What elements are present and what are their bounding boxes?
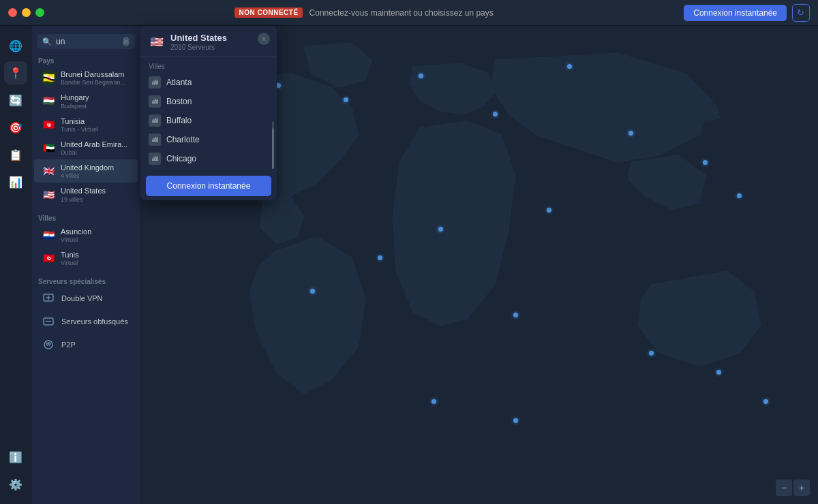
city-item-charlotte[interactable]: 🏙 Charlotte	[140, 130, 277, 149]
quick-connect-button[interactable]: Connexion instantanée	[684, 5, 787, 21]
sidebar-icon-globe[interactable]: 🌐	[4, 34, 27, 57]
country-sub-tunisia: Tunis - Virtuel	[61, 126, 131, 133]
status-message: Connectez-vous maintenant ou choisissez …	[309, 8, 494, 18]
country-sub-us: 19 villes	[61, 196, 131, 203]
country-item-uk[interactable]: 🇬🇧 United Kingdom 4 villes	[34, 159, 138, 183]
dropdown-flag-us: 🇺🇸	[149, 33, 165, 50]
dropdown-server-count: 2010 Serveurs	[170, 44, 227, 51]
dropdown-country-name: United States	[170, 33, 227, 44]
refresh-button[interactable]: ↻	[792, 4, 810, 22]
city-name-asuncion: Asuncion	[61, 227, 131, 236]
special-p2p[interactable]: P2P	[34, 333, 138, 356]
country-item-tunisia[interactable]: 🇹🇳 Tunisia Tunis - Virtuel	[34, 113, 138, 136]
city-name-atlanta: Atlanta	[166, 78, 192, 87]
city-name-boston: Boston	[166, 97, 192, 106]
titlebar: NON CONNECTÉ Connectez-vous maintenant o…	[0, 0, 818, 26]
p2p-icon	[41, 337, 56, 352]
sidebar: 🌐 📍 🔄 🎯 📋 📊 ℹ️ ⚙️	[0, 26, 31, 504]
country-name-brunei: Brunei Darussalam	[61, 69, 131, 79]
country-sub-brunei: Bandar Seri Begawan...	[61, 79, 131, 86]
svg-point-3	[44, 341, 52, 349]
country-name-us: United States	[61, 186, 131, 195]
dropdown-scrollbar	[272, 121, 274, 166]
sidebar-icon-layers[interactable]: 📋	[4, 143, 27, 166]
flag-asuncion: 🇵🇾	[41, 227, 56, 242]
search-bar: 🔍 ✕	[37, 34, 135, 49]
flag-uk: 🇬🇧	[41, 163, 56, 178]
city-icon-buffalo: 🏙	[149, 114, 161, 127]
flag-tunisia: 🇹🇳	[41, 117, 56, 132]
country-item-uae[interactable]: 🇦🇪 United Arab Emira... Dubai	[34, 136, 138, 159]
country-name-hungary: Hungary	[61, 93, 131, 102]
search-input[interactable]	[56, 37, 119, 46]
clear-search-button[interactable]: ✕	[123, 37, 130, 46]
sidebar-bottom-icons: ℹ️ ⚙️	[4, 445, 27, 496]
city-list: 🏙 Atlanta 🏙 Boston 🏙 Buffalo 🏙 Charlotte…	[140, 73, 277, 172]
sidebar-icon-sync[interactable]: 🔄	[4, 89, 27, 112]
special-double-vpn[interactable]: Double VPN	[34, 287, 138, 310]
titlebar-actions: Connexion instantanée ↻	[684, 4, 810, 22]
flag-hungary: 🇭🇺	[41, 93, 56, 108]
special-obfuscated[interactable]: Serveurs obfusqués	[34, 310, 138, 333]
country-item-us[interactable]: 🇺🇸 United States 19 villes	[34, 183, 138, 206]
flag-us: 🇺🇸	[41, 187, 56, 202]
city-sub-asuncion: Virtuel	[61, 236, 131, 243]
obfuscated-icon	[41, 314, 56, 329]
sidebar-icon-stats[interactable]: 📊	[4, 170, 27, 193]
zoom-in-button[interactable]: +	[793, 479, 810, 496]
dropdown-header: 🇺🇸 United States 2010 Serveurs ✕	[140, 26, 277, 57]
city-icon-charlotte: 🏙	[149, 133, 161, 146]
connection-status-badge: NON CONNECTÉ	[234, 7, 302, 18]
city-item-dallas[interactable]: 🏙 Dallas	[140, 168, 277, 172]
city-item-asuncion[interactable]: 🇵🇾 Asuncion Virtuel	[34, 223, 138, 247]
city-icon-atlanta: 🏙	[149, 76, 161, 89]
maximize-button[interactable]	[35, 8, 44, 17]
city-item-boston[interactable]: 🏙 Boston	[140, 92, 277, 111]
country-sub-uk: 4 villes	[61, 172, 131, 179]
section-special-label: Serveurs spécialisés	[31, 275, 140, 287]
p2p-label: P2P	[61, 341, 76, 349]
city-icon-chicago: 🏙	[149, 153, 161, 165]
city-item-buffalo[interactable]: 🏙 Buffalo	[140, 111, 277, 130]
sidebar-icon-location[interactable]: 📍	[4, 61, 27, 84]
section-villes-label: Villes	[31, 212, 140, 223]
dropdown-connect-button[interactable]: Connexion instantanée	[146, 176, 271, 196]
status-area: NON CONNECTÉ Connectez-vous maintenant o…	[234, 7, 493, 18]
us-cities-dropdown: 🇺🇸 United States 2010 Serveurs ✕ Villes …	[140, 26, 277, 200]
country-item-brunei[interactable]: 🇧🇳 Brunei Darussalam Bandar Seri Begawan…	[34, 66, 138, 89]
countries-panel: 🔍 ✕ Pays 🇧🇳 Brunei Darussalam Bandar Ser…	[31, 26, 140, 504]
minimize-button[interactable]	[22, 8, 31, 17]
country-item-hungary[interactable]: 🇭🇺 Hungary Budapest	[34, 89, 138, 112]
zoom-controls: − +	[776, 479, 810, 496]
dropdown-close-button[interactable]: ✕	[258, 33, 270, 45]
section-pays-label: Pays	[31, 54, 140, 66]
sidebar-icon-settings[interactable]: ⚙️	[4, 473, 27, 496]
city-item-atlanta[interactable]: 🏙 Atlanta	[140, 73, 277, 92]
city-name-chicago: Chicago	[166, 154, 196, 163]
double-vpn-label: Double VPN	[61, 294, 103, 302]
sidebar-icon-target[interactable]: 🎯	[4, 116, 27, 139]
search-icon: 🔍	[42, 37, 52, 46]
country-name-uae: United Arab Emira...	[61, 140, 131, 149]
cities-section-label: Villes	[140, 57, 277, 73]
country-name-tunisia: Tunisia	[61, 116, 131, 126]
country-sub-uae: Dubai	[61, 149, 131, 156]
flag-brunei: 🇧🇳	[41, 70, 56, 85]
zoom-out-button[interactable]: −	[776, 479, 792, 496]
city-name-charlotte: Charlotte	[166, 135, 200, 144]
city-item-chicago[interactable]: 🏙 Chicago	[140, 149, 277, 168]
double-vpn-icon	[41, 291, 56, 306]
city-name-buffalo: Buffalo	[166, 116, 192, 125]
country-name-uk: United Kingdom	[61, 163, 131, 172]
city-sub-tunis: Virtuel	[61, 259, 131, 266]
window-controls	[8, 8, 44, 17]
flag-uae: 🇦🇪	[41, 140, 56, 155]
city-item-tunis[interactable]: 🇹🇳 Tunis Virtuel	[34, 247, 138, 270]
country-sub-hungary: Budapest	[61, 103, 131, 110]
city-icon-boston: 🏙	[149, 95, 161, 108]
city-name-tunis: Tunis	[61, 250, 131, 259]
sidebar-icon-info[interactable]: ℹ️	[4, 445, 27, 469]
obfuscated-label: Serveurs obfusqués	[61, 317, 128, 326]
close-button[interactable]	[8, 8, 17, 17]
flag-tunis: 🇹🇳	[41, 251, 56, 266]
